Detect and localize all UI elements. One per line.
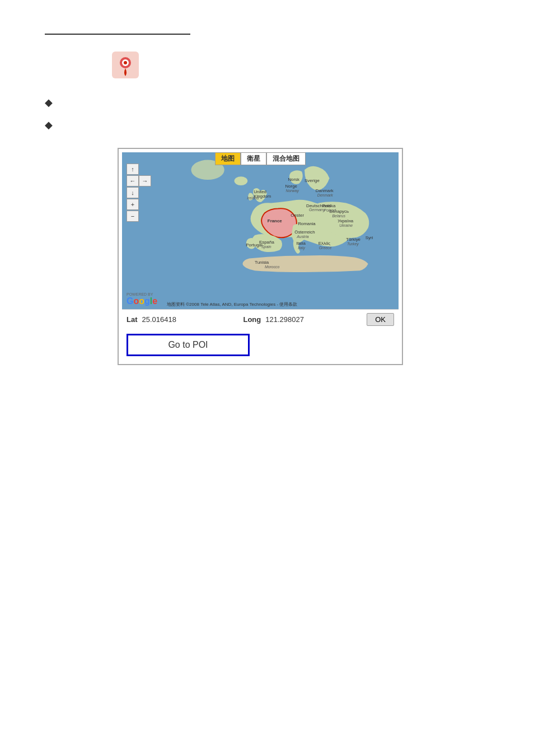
svg-text:Türkiye: Türkiye <box>346 237 360 242</box>
svg-text:Poland: Poland <box>324 208 337 212</box>
map-tabs: 地图 衛星 混合地图 <box>215 152 306 165</box>
svg-text:Greece: Greece <box>319 246 332 250</box>
tab-satellite[interactable]: 衛星 <box>241 152 266 165</box>
bullet-section: ◆ ◆ <box>45 95 489 131</box>
svg-point-6 <box>235 176 248 185</box>
long-label: Long <box>243 315 261 324</box>
map-attribution: 地图资料 ©2008 Tele Atlas, AND, Europa Techn… <box>167 301 297 307</box>
map-ctrl-zoom-out[interactable]: − <box>127 211 139 222</box>
long-value: 121.298027 <box>265 315 362 324</box>
bullet-item-1: ◆ <box>45 95 489 109</box>
map-ctrl-left[interactable]: ← <box>127 175 139 186</box>
tab-hybrid[interactable]: 混合地图 <box>266 152 306 165</box>
svg-text:Tunisia: Tunisia <box>255 260 269 265</box>
app-icon-row <box>112 52 489 78</box>
svg-point-3 <box>124 61 127 64</box>
map-view[interactable]: 地图 衛星 混合地图 ↑ ← → ↓ + − <box>122 152 399 309</box>
svg-text:Italy: Italy <box>298 246 305 250</box>
lat-value: 25.016418 <box>142 315 239 324</box>
svg-text:Danmark: Danmark <box>316 188 334 193</box>
map-ctrl-up[interactable]: ↑ <box>127 164 139 175</box>
google-logo: Google <box>127 296 157 306</box>
map-svg: France Deutschland Germany United Kingdo… <box>122 152 399 309</box>
map-inner: 地图 衛星 混合地图 ↑ ← → ↓ + − <box>122 152 399 361</box>
svg-text:Germany: Germany <box>309 208 325 212</box>
svg-text:Belarus: Belarus <box>332 214 345 218</box>
google-logo-area: POWERED BY Google <box>127 292 157 306</box>
svg-text:Österreich: Österreich <box>294 230 315 235</box>
top-underline <box>45 34 190 35</box>
map-ctrl-zoom-in[interactable]: + <box>127 199 139 210</box>
map-controls: ↑ ← → ↓ + − <box>127 164 151 222</box>
app-icon <box>112 52 139 78</box>
svg-text:Denmark: Denmark <box>317 193 334 197</box>
go-to-poi-row: Go to POI <box>122 329 399 361</box>
svg-text:Ελλάς: Ελλάς <box>318 241 331 246</box>
ok-button[interactable]: OK <box>367 313 394 326</box>
page-wrapper: ◆ ◆ 地图 衛星 混合地图 ↑ ← <box>0 0 534 756</box>
svg-text:Ukraine: Ukraine <box>339 223 353 227</box>
svg-text:Morocco: Morocco <box>265 265 280 269</box>
svg-text:Polska: Polska <box>322 204 336 209</box>
svg-text:Oester: Oester <box>291 213 304 218</box>
svg-text:Austria: Austria <box>296 235 309 239</box>
powered-by-text: POWERED BY <box>127 292 157 296</box>
svg-text:Turkey: Turkey <box>347 242 359 246</box>
bullet-diamond-1: ◆ <box>45 96 53 109</box>
svg-text:France: France <box>268 218 282 223</box>
svg-text:Norge: Norge <box>285 184 297 189</box>
svg-text:Spain: Spain <box>261 245 271 249</box>
lat-label: Lat <box>127 315 138 324</box>
bullet-item-2: ◆ <box>45 118 489 131</box>
svg-text:Sverige: Sverige <box>305 178 320 183</box>
bullet-diamond-2: ◆ <box>45 119 53 131</box>
svg-text:Norway: Norway <box>285 189 299 193</box>
tab-map[interactable]: 地图 <box>215 152 241 165</box>
map-ctrl-down[interactable]: ↓ <box>127 187 139 198</box>
svg-text:Italia: Italia <box>296 241 306 246</box>
svg-text:Norsk: Norsk <box>288 177 299 182</box>
map-container: 地图 衛星 混合地图 ↑ ← → ↓ + − <box>118 148 403 365</box>
map-ctrl-right[interactable]: → <box>139 175 151 186</box>
coord-row: Lat 25.016418 Long 121.298027 OK <box>122 309 399 329</box>
svg-text:Portugal: Portugal <box>246 242 263 248</box>
go-to-poi-button[interactable]: Go to POI <box>127 334 250 356</box>
svg-text:Ireland: Ireland <box>247 196 259 200</box>
svg-text:Україна: Україна <box>338 218 353 223</box>
svg-text:Syri: Syri <box>366 235 373 240</box>
svg-text:Romania: Romania <box>298 221 316 226</box>
